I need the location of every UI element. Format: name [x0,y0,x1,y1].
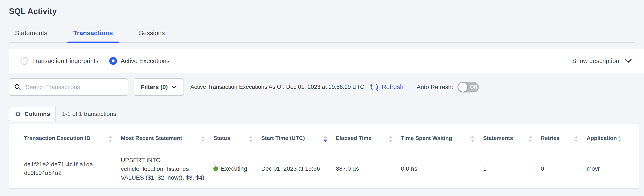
tab-bar: Statements Transactions Sessions [9,29,635,43]
controls-section: Filters (0) Active Transaction Execution… [0,73,644,121]
status-executing-dot-icon [214,166,218,171]
column-header-most-recent-statement[interactable]: Most Recent Statement [121,135,214,149]
columns-button[interactable]: ⚙ Columns [9,107,56,121]
search-input-wrapper [9,78,128,96]
tab-sessions[interactable]: Sessions [133,29,171,42]
column-header-start-time[interactable]: Start Time (UTC) [261,135,336,149]
cell-transaction-execution-id[interactable]: da1f21e2-de71-4c1f-a1da-dc9fc94a84a2 [24,160,121,177]
show-description-label: Show description [572,57,619,65]
filters-label: Filters (0) [141,84,168,91]
tab-statements[interactable]: Statements [9,29,53,42]
toggle-knob [458,83,467,92]
status-label: Executing [221,165,247,172]
search-input[interactable] [25,83,123,91]
column-header-retries[interactable]: Retries [541,135,586,149]
sort-icon [574,136,578,143]
vertical-divider [410,81,410,94]
sort-icon-active-desc [324,136,327,143]
column-header-status[interactable]: Status [214,135,261,149]
sort-icon [108,136,112,143]
column-header-application[interactable]: Application [586,135,630,149]
sort-icon [388,136,392,143]
auto-refresh-label: Auto Refresh: [417,84,453,91]
cell-retries: 0 [541,165,586,172]
search-icon [14,83,21,91]
column-header-elapsed-time[interactable]: Elapsed Time [336,135,401,149]
cell-start-time: Dec 01, 2023 at 19:56 [261,165,336,172]
controls-row: Filters (0) Active Transaction Execution… [9,78,644,96]
refresh-label: Refresh [382,83,404,91]
table-toolbar: ⚙ Columns 1-1 of 1 transactions [9,107,644,121]
as-of-text: Active Transaction Executions As Of: Dec… [190,84,364,90]
sort-icon [528,136,532,143]
radio-active-executions[interactable]: Active Executions [109,57,170,65]
radio-unselected-icon [20,57,28,65]
chevron-down-icon [172,85,177,89]
cell-statements: 1 [483,165,541,172]
sort-icon [618,136,622,143]
sort-icon [249,136,253,143]
cell-time-spent-waiting: 0.0 ns [401,165,483,172]
table-row: da1f21e2-de71-4c1f-a1da-dc9fc94a84a2 UPS… [9,149,639,189]
table-header-row: Transaction Execution ID Most Recent Sta… [9,124,639,149]
result-count: 1-1 of 1 transactions [62,111,116,117]
cell-most-recent-statement: UPSERT INTO vehicle_location_histories V… [121,156,214,182]
column-header-transaction-execution-id[interactable]: Transaction Execution ID [24,135,121,149]
chevron-down-icon [625,59,632,63]
gear-icon: ⚙ [15,111,21,117]
columns-label: Columns [24,111,50,117]
radio-label: Active Executions [121,57,170,65]
page-title: SQL Activity [0,0,644,16]
column-header-time-spent-waiting[interactable]: Time Spent Waiting [401,135,483,149]
refresh-button[interactable]: Refresh [370,83,404,92]
sort-icon [201,136,205,143]
auto-refresh-toggle[interactable]: Off [458,82,479,92]
view-mode-card: Transaction Fingerprints Active Executio… [9,49,644,73]
sort-icon [471,136,474,143]
cell-application: movr [586,165,630,172]
radio-label: Transaction Fingerprints [32,57,98,65]
column-header-statements[interactable]: Statements [483,135,541,149]
cell-elapsed-time: 887.0 µs [336,165,401,172]
refresh-icon [370,83,379,92]
tab-transactions[interactable]: Transactions [68,29,119,42]
transactions-table: Transaction Execution ID Most Recent Sta… [9,124,639,189]
cell-status: Executing [214,165,261,172]
radio-selected-icon [109,57,117,65]
sql-activity-page: SQL Activity Statements Transactions Ses… [0,0,644,196]
radio-transaction-fingerprints[interactable]: Transaction Fingerprints [20,57,98,65]
show-description-toggle[interactable]: Show description [572,57,632,65]
filters-button[interactable]: Filters (0) [134,78,184,96]
toggle-state-label: Off [470,84,477,90]
